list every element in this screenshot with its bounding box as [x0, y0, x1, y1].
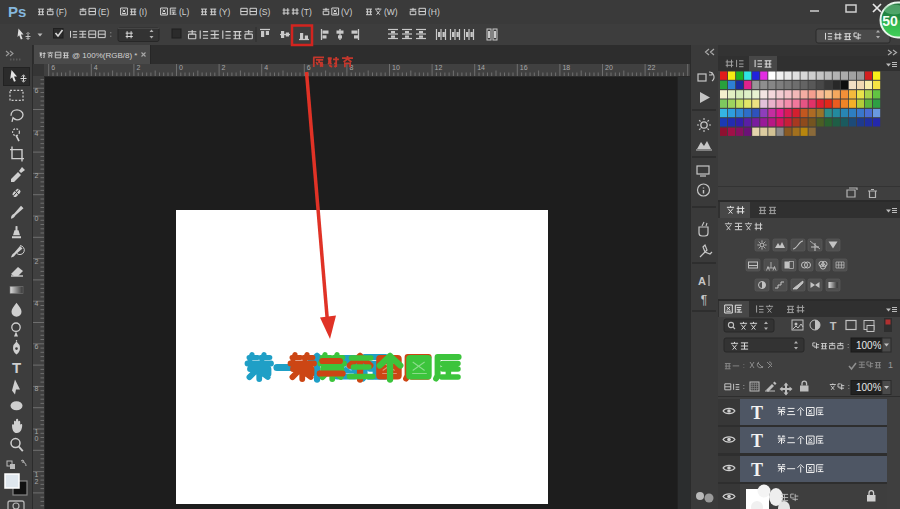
svg-text:(V): (V) [341, 7, 353, 17]
svg-text:Ps: Ps [8, 3, 26, 20]
svg-text:T: T [12, 359, 21, 376]
svg-text:(F): (F) [56, 7, 67, 17]
svg-text:4: 4 [94, 64, 98, 71]
svg-text:4: 4 [35, 130, 39, 137]
svg-text:18: 18 [562, 64, 570, 71]
svg-text:0: 0 [35, 435, 39, 442]
svg-text:50: 50 [882, 13, 898, 29]
svg-text:(Y): (Y) [219, 7, 231, 17]
svg-text:100%: 100% [856, 382, 882, 393]
svg-text:2: 2 [136, 64, 140, 71]
svg-text:14: 14 [477, 64, 485, 71]
svg-text:(T): (T) [301, 7, 312, 17]
svg-text:(I): (I) [139, 7, 147, 17]
svg-text:12: 12 [435, 64, 443, 71]
svg-text:1: 1 [35, 428, 39, 435]
svg-text:8: 8 [35, 385, 39, 392]
svg-text:4: 4 [35, 300, 39, 307]
svg-text:6: 6 [35, 87, 39, 94]
svg-text:(L): (L) [179, 7, 190, 17]
svg-text:6: 6 [51, 64, 55, 71]
svg-text:(H): (H) [428, 7, 440, 17]
svg-text:2: 2 [222, 64, 226, 71]
svg-text:2: 2 [35, 172, 39, 179]
svg-text:T: T [751, 403, 763, 423]
svg-text:(W): (W) [384, 7, 398, 17]
svg-text:(E): (E) [98, 7, 110, 17]
svg-text:0: 0 [179, 64, 183, 71]
svg-text:10: 10 [392, 64, 400, 71]
svg-text:@ 100%(RGB/8) *: @ 100%(RGB/8) * [72, 51, 137, 60]
svg-text:100%: 100% [856, 340, 882, 351]
svg-text:0: 0 [35, 215, 39, 222]
svg-text:T: T [830, 320, 837, 332]
svg-text:T: T [751, 460, 763, 480]
svg-text:1: 1 [888, 360, 893, 370]
svg-text:1: 1 [35, 471, 39, 478]
svg-text:¶: ¶ [701, 293, 707, 307]
svg-text:4: 4 [264, 64, 268, 71]
svg-text:2: 2 [35, 258, 39, 265]
svg-text:16: 16 [520, 64, 528, 71]
svg-text:6: 6 [307, 64, 311, 71]
svg-text:22: 22 [648, 64, 656, 71]
svg-text:T: T [751, 431, 763, 451]
svg-text:20: 20 [605, 64, 613, 71]
svg-text:(S): (S) [259, 7, 271, 17]
svg-text:2: 2 [35, 478, 39, 485]
svg-text:A: A [698, 275, 706, 287]
svg-text:6: 6 [35, 343, 39, 350]
